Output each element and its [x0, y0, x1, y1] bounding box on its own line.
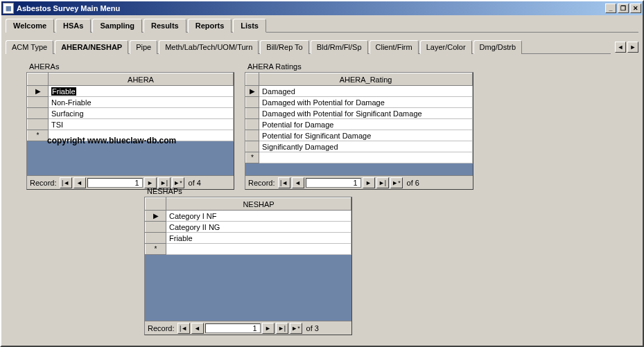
nav-last-button[interactable]: ►| — [276, 323, 288, 334]
ratings-rowhdr-header — [246, 73, 259, 86]
row-selector[interactable] — [146, 233, 166, 244]
tab-scroll-right-button[interactable]: ► — [627, 42, 638, 53]
neshaps-label: NESHAPs — [144, 187, 352, 195]
tab-scroll-left-button[interactable]: ◄ — [615, 42, 626, 53]
subtab-client-firm[interactable]: Client/Firm — [369, 40, 419, 54]
subtab-bld-rm[interactable]: Bld/Rm/Fl/Sp — [311, 40, 368, 54]
ratings-new-cell[interactable] — [259, 152, 473, 163]
neshaps-cell[interactable]: Friable — [166, 233, 351, 244]
tab-lists[interactable]: Lists — [233, 19, 266, 33]
subtab-dmg-dstrb[interactable]: Dmg/Dstrb — [473, 40, 523, 54]
tab-sampling[interactable]: Sampling — [92, 19, 142, 33]
row-indicator-icon[interactable]: ▶ — [28, 86, 49, 97]
nav-new-button[interactable]: ►* — [390, 177, 403, 188]
nav-next-button[interactable]: ► — [363, 177, 375, 188]
nav-prev-button[interactable]: ◄ — [191, 323, 204, 334]
aheras-grid[interactable]: AHERA ▶Friable Non-Friable Surfacing TSI… — [27, 73, 234, 141]
close-button[interactable]: ✕ — [630, 3, 641, 13]
neshaps-rowhdr-header — [146, 198, 166, 211]
tab-welcome[interactable]: Welcome — [6, 19, 54, 33]
ratings-grid[interactable]: AHERA_Rating ▶Damaged Damaged with Poten… — [245, 73, 473, 163]
aheras-new-cell[interactable] — [49, 130, 234, 141]
ratings-cell[interactable]: Potential for Significant Damage — [259, 130, 473, 141]
tab-reports[interactable]: Reports — [188, 19, 232, 33]
aheras-column-header[interactable]: AHERA — [49, 73, 234, 86]
ratings-column-header[interactable]: AHERA_Rating — [259, 73, 473, 86]
ratings-cell[interactable]: Damaged with Potential for Significant D… — [259, 108, 473, 119]
tab-results[interactable]: Results — [143, 19, 186, 33]
row-selector[interactable] — [246, 141, 259, 152]
record-label: Record: — [248, 179, 275, 187]
neshaps-grid[interactable]: NESHAP ▶Category I NF Category II NG Fri… — [145, 197, 351, 255]
record-of-text: of 3 — [306, 324, 319, 332]
record-number-input[interactable] — [306, 178, 361, 188]
ratings-cell[interactable]: Damaged with Potential for Damage — [259, 97, 473, 108]
record-of-text: of 6 — [407, 179, 419, 187]
neshaps-cell[interactable]: Category I NF — [166, 211, 351, 222]
row-selector[interactable] — [146, 222, 166, 233]
nav-last-button[interactable]: ►| — [376, 177, 389, 188]
ratings-cell[interactable]: Potential for Damage — [259, 119, 473, 130]
neshaps-cell[interactable]: Category II NG — [166, 222, 351, 233]
record-of-text: of 4 — [189, 179, 201, 187]
nav-first-button[interactable]: |◄ — [60, 177, 72, 188]
new-row-icon[interactable]: * — [246, 152, 259, 163]
row-selector[interactable] — [28, 108, 49, 119]
neshaps-column-header[interactable]: NESHAP — [166, 198, 351, 211]
subtab-bill-rep[interactable]: Bill/Rep To — [260, 40, 308, 54]
app-window: ▦ Asbestos Survey Main Menu _ ❐ ✕ Welcom… — [0, 0, 644, 347]
subtab-pipe[interactable]: Pipe — [130, 40, 157, 54]
aheras-cell[interactable]: Surfacing — [49, 108, 234, 119]
row-selector[interactable] — [246, 97, 259, 108]
ratings-cell[interactable]: Damaged — [259, 86, 473, 97]
aheras-rowhdr-header — [28, 73, 49, 86]
ratings-label: AHERA Ratings — [245, 62, 473, 71]
subtab-acm-type[interactable]: ACM Type — [6, 40, 53, 54]
record-number-input[interactable] — [205, 323, 261, 333]
record-label: Record: — [148, 324, 175, 332]
minimize-button[interactable]: _ — [605, 3, 616, 13]
ratings-grid-wrap: AHERA_Rating ▶Damaged Damaged with Poten… — [245, 72, 473, 190]
nav-first-button[interactable]: |◄ — [177, 323, 190, 334]
row-selector[interactable] — [246, 130, 259, 141]
aheras-cell[interactable]: Friable — [49, 86, 234, 97]
neshaps-record-nav: Record: |◄ ◄ ► ►| ►* of 3 — [145, 321, 351, 335]
subtab-ahera-neshap[interactable]: AHERA/NESHAP — [55, 40, 128, 54]
aheras-cell[interactable]: TSI — [49, 119, 234, 130]
record-label: Record: — [30, 179, 57, 187]
main-tab-strip: Welcome HSAs Sampling Results Reports Li… — [6, 18, 638, 33]
aheras-label: AHERAs — [26, 62, 234, 71]
nav-prev-button[interactable]: ◄ — [73, 177, 86, 188]
row-indicator-icon[interactable]: ▶ — [246, 86, 259, 97]
window-title: Asbestos Survey Main Menu — [17, 4, 605, 12]
aheras-cell[interactable]: Non-Friable — [49, 97, 234, 108]
record-number-input[interactable] — [87, 178, 143, 188]
app-icon: ▦ — [3, 3, 14, 14]
row-selector[interactable] — [28, 119, 49, 130]
neshaps-grid-wrap: NESHAP ▶Category I NF Category II NG Fri… — [144, 197, 352, 335]
titlebar: ▦ Asbestos Survey Main Menu _ ❐ ✕ — [1, 1, 643, 15]
nav-new-button[interactable]: ►* — [290, 323, 302, 334]
row-selector[interactable] — [246, 119, 259, 130]
aheras-grid-wrap: AHERA ▶Friable Non-Friable Surfacing TSI… — [26, 72, 234, 190]
new-row-icon[interactable]: * — [146, 244, 166, 255]
subtab-layer-color[interactable]: Layer/Color — [420, 40, 472, 54]
sub-tab-strip: ACM Type AHERA/NESHAP Pipe Meth/Lab/Tech… — [6, 39, 611, 54]
subtab-meth-lab[interactable]: Meth/Lab/Tech/UOM/Turn — [159, 40, 259, 54]
nav-next-button[interactable]: ► — [262, 323, 275, 334]
tab-hsas[interactable]: HSAs — [55, 19, 91, 33]
row-indicator-icon[interactable]: ▶ — [146, 211, 166, 222]
row-selector[interactable] — [246, 108, 259, 119]
neshaps-new-cell[interactable] — [166, 244, 351, 255]
new-row-icon[interactable]: * — [28, 130, 49, 141]
ratings-cell[interactable]: Significantly Damaged — [259, 141, 473, 152]
row-selector[interactable] — [28, 97, 49, 108]
restore-button[interactable]: ❐ — [618, 3, 629, 13]
content-area: Welcome HSAs Sampling Results Reports Li… — [1, 15, 643, 346]
